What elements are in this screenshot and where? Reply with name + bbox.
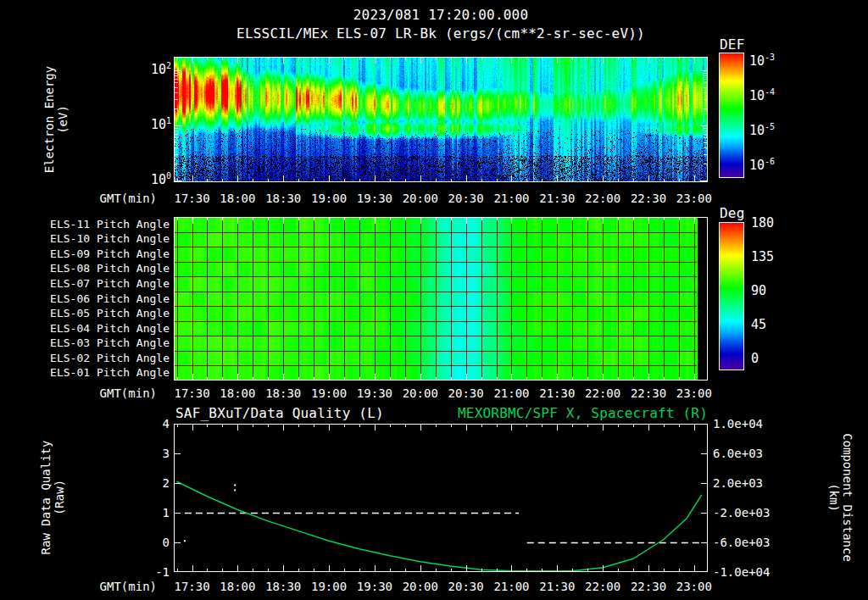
- x-tick-label: 22:00: [579, 192, 626, 206]
- x-tick-label: 18:30: [259, 580, 307, 594]
- x-tick-label: 22:30: [625, 580, 672, 594]
- electron-spectrogram-plot: [174, 57, 708, 182]
- x-tick-label: 21:00: [487, 386, 535, 401]
- panel3-left-y-axis-label-line1: Raw Data Quality: [39, 404, 53, 591]
- p2-row-label: ELS-02 Pitch Angle: [24, 352, 170, 365]
- x-tick-label: 23:00: [670, 386, 718, 401]
- x-tick-label: 20:00: [397, 580, 444, 594]
- def-colorbar-tick-label: 10-5: [749, 123, 804, 138]
- x-tick-label: 20:30: [442, 192, 490, 206]
- p2-row-label: ELS-09 Pitch Angle: [24, 247, 170, 261]
- panel2-gmt-label: GMT(min): [79, 386, 157, 401]
- p3-right-tick-label: 1.0e+04: [713, 417, 784, 431]
- x-tick-label: 19:30: [351, 386, 398, 401]
- p1-y-tick-label: 101: [131, 117, 171, 132]
- panel3-left-y-axis-label-line2: (Raw): [53, 404, 66, 591]
- panel1-gmt-label: GMT(min): [79, 192, 157, 206]
- panel3-gmt-label: GMT(min): [79, 580, 157, 594]
- p3-right-tick-label: -6.0e+03: [713, 536, 784, 550]
- p3-right-tick-label: -1.0e+04: [713, 565, 784, 580]
- p2-row-label: ELS-07 Pitch Angle: [24, 277, 170, 291]
- p3-right-tick-label: 6.0e+03: [713, 447, 784, 461]
- p3-left-tick-label: 0: [127, 536, 170, 550]
- def-colorbar: [719, 53, 744, 178]
- p3-left-tick-label: 3: [127, 447, 170, 461]
- panel3-left-y-axis-label: Raw Data Quality (Raw): [39, 404, 66, 591]
- x-tick-label: 20:00: [397, 192, 444, 206]
- panel3-right-y-axis-label: Component Distance (km): [827, 404, 854, 591]
- p2-row-label: ELS-03 Pitch Angle: [24, 336, 170, 350]
- p2-row-label: ELS-10 Pitch Angle: [24, 232, 170, 246]
- panel1-y-axis-label-line1: Electron Energy: [42, 26, 56, 213]
- x-tick-label: 19:30: [351, 580, 398, 594]
- def-colorbar-tick-label: 10-3: [749, 53, 804, 69]
- deg-colorbar-tick-label: 180: [751, 215, 790, 231]
- p3-left-tick-label: 4: [127, 417, 170, 431]
- deg-colorbar-tick-label: 45: [751, 317, 790, 332]
- x-tick-label: 18:00: [214, 192, 261, 206]
- quality-distance-plot: [174, 424, 708, 572]
- p2-row-label: ELS-01 Pitch Angle: [24, 366, 170, 380]
- panel3-title-right: MEXORBMC/SPF X, Spacecraft (R): [424, 405, 708, 421]
- x-tick-label: 17:30: [169, 192, 216, 206]
- p2-row-label: ELS-06 Pitch Angle: [24, 292, 170, 306]
- x-tick-label: 23:00: [670, 192, 718, 206]
- def-colorbar-tick-label: 10-4: [749, 88, 804, 103]
- x-tick-label: 22:00: [579, 580, 626, 594]
- x-tick-label: 19:30: [351, 192, 398, 206]
- x-tick-label: 22:30: [625, 386, 672, 401]
- deg-colorbar-tick-label: 0: [751, 351, 790, 366]
- def-colorbar-label: DEF: [720, 36, 771, 53]
- x-tick-label: 20:30: [442, 580, 490, 594]
- panel1-y-axis-label-line2: (eV): [56, 26, 70, 213]
- x-tick-label: 21:00: [487, 192, 535, 206]
- x-tick-label: 17:30: [169, 580, 216, 594]
- main-title: 2023/081 17:20:00.000: [174, 7, 708, 23]
- p3-left-tick-label: 2: [127, 476, 170, 491]
- panel1-title: ELSSCIL/MEx ELS-07 LR-Bk (ergs/(cm**2-sr…: [174, 25, 708, 42]
- x-tick-label: 18:00: [214, 580, 261, 594]
- x-tick-label: 22:00: [579, 386, 626, 401]
- x-tick-label: 19:00: [305, 580, 353, 594]
- deg-colorbar: [719, 222, 744, 370]
- panel3-title-left: SAF_BXuT/Data Quality (L): [175, 405, 464, 421]
- x-tick-label: 21:30: [533, 386, 581, 401]
- x-tick-label: 20:00: [397, 386, 444, 401]
- x-tick-label: 21:00: [487, 580, 535, 594]
- x-tick-label: 21:30: [533, 192, 581, 206]
- x-tick-label: 18:00: [214, 386, 261, 401]
- plot-screen: 2023/081 17:20:00.000 ELSSCIL/MEx ELS-07…: [0, 0, 868, 600]
- p2-row-label: ELS-05 Pitch Angle: [24, 307, 170, 320]
- x-tick-label: 18:30: [259, 192, 307, 206]
- x-tick-label: 23:00: [670, 580, 718, 594]
- x-tick-label: 19:00: [305, 192, 353, 206]
- x-tick-label: 17:30: [169, 386, 216, 401]
- p1-y-tick-label: 100: [131, 172, 171, 187]
- x-tick-label: 20:30: [442, 386, 490, 401]
- p2-row-label: ELS-11 Pitch Angle: [24, 218, 170, 231]
- p3-left-tick-label: -1: [127, 565, 170, 580]
- p3-right-tick-label: -2.0e+03: [713, 506, 784, 520]
- deg-colorbar-tick-label: 135: [751, 249, 790, 264]
- p1-y-tick-label: 102: [131, 62, 171, 77]
- x-tick-label: 21:30: [533, 580, 581, 594]
- panel1-y-axis-label: Electron Energy (eV): [42, 26, 70, 213]
- x-tick-label: 22:30: [625, 192, 672, 206]
- x-tick-label: 18:30: [259, 386, 307, 401]
- x-tick-label: 19:00: [305, 386, 353, 401]
- p3-right-tick-label: 2.0e+03: [713, 476, 784, 491]
- p3-left-tick-label: 1: [127, 506, 170, 520]
- deg-colorbar-tick-label: 90: [751, 283, 790, 298]
- pitch-angle-plot: [174, 217, 708, 381]
- def-colorbar-tick-label: 10-6: [749, 158, 804, 173]
- p2-row-label: ELS-04 Pitch Angle: [24, 322, 170, 336]
- panel3-right-y-axis-label-line1: Component Distance: [841, 404, 854, 591]
- panel3-right-y-axis-label-line2: (km): [827, 404, 841, 591]
- p2-row-label: ELS-08 Pitch Angle: [24, 262, 170, 275]
